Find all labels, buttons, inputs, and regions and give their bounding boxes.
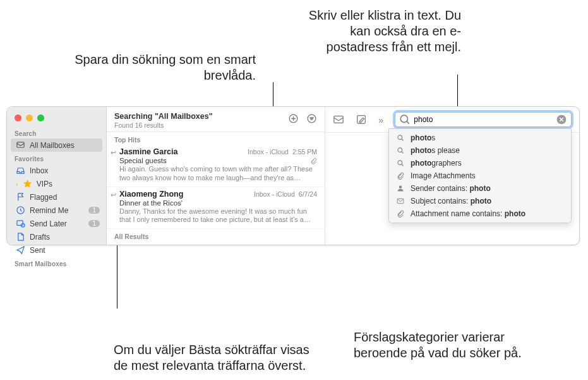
search-icon — [397, 159, 405, 167]
message-sender: Jasmine Garcia — [119, 244, 177, 245]
compose-button[interactable] — [356, 114, 367, 125]
sidebar-item-label: VIPs — [37, 180, 100, 188]
annotation-search-hint: Skriv eller klistra in text. Du kan ocks… — [303, 8, 461, 55]
leader-line — [457, 75, 458, 106]
leader-line — [117, 240, 117, 309]
list-header: Searching "All Mailboxes" Found 16 resul… — [107, 107, 325, 132]
mail-window: Search All Mailboxes Favorites Inbox › V… — [6, 106, 580, 245]
suggestion-item[interactable]: Image Attachments — [389, 169, 571, 182]
sidebar-item-all-mailboxes[interactable]: All Mailboxes — [11, 138, 102, 152]
sidebar-item-label: Drafts — [30, 233, 100, 242]
inbox-icon — [16, 166, 25, 175]
envelope-icon — [397, 197, 405, 205]
sidebar-item-vips[interactable]: › VIPs — [7, 177, 106, 190]
message-folder: Inbox - iCloud — [254, 190, 295, 198]
message-time: 2:55 PM — [292, 148, 317, 156]
window-controls — [7, 111, 106, 126]
badge-count: 1 — [88, 220, 100, 227]
message-list: Searching "All Mailboxes" Found 16 resul… — [107, 107, 325, 245]
suggestion-item[interactable]: photos please — [389, 144, 571, 157]
drafts-icon — [16, 232, 25, 242]
sidebar-section-search: Search — [7, 126, 106, 138]
sidebar-item-drafts[interactable]: Drafts — [7, 230, 106, 243]
sidebar-section-smart: Smart Mailboxes — [7, 257, 106, 269]
svg-rect-2 — [17, 221, 23, 226]
sidebar-section-favorites: Favorites — [7, 152, 106, 164]
attachment-icon — [310, 157, 317, 164]
message-subject: Special guests — [119, 157, 167, 164]
main-area: Searching "All Mailboxes" Found 16 resul… — [107, 107, 579, 245]
sidebar-item-remind-me[interactable]: Remind Me 1 — [7, 204, 106, 217]
search-field[interactable] — [395, 112, 572, 127]
replied-icon: ↩ — [111, 191, 116, 199]
person-icon — [397, 185, 405, 192]
sidebar-item-label: Remind Me — [30, 206, 84, 215]
clear-search-button[interactable] — [556, 114, 567, 125]
annotation-top-hits: Om du väljer Bästa sökträffar visas de m… — [114, 342, 309, 374]
search-scope-title: Searching "All Mailboxes" — [114, 112, 213, 121]
close-window-button[interactable] — [15, 114, 21, 121]
sidebar-item-sent[interactable]: Sent — [7, 243, 106, 257]
message-time: 6/7/24 — [299, 190, 317, 198]
send-later-icon — [16, 219, 25, 228]
star-icon — [23, 179, 32, 188]
sidebar-item-label: Inbox — [30, 166, 100, 175]
more-actions-button[interactable]: » — [378, 114, 383, 125]
suggestion-item[interactable]: Attachment name contains: photo — [389, 207, 571, 220]
search-icon — [399, 114, 411, 125]
minimize-window-button[interactable] — [26, 114, 33, 121]
sidebar: Search All Mailboxes Favorites Inbox › V… — [7, 107, 107, 245]
annotation-suggestions: Förslagskategorier varierar beroende på … — [354, 329, 524, 361]
sidebar-item-flagged[interactable]: Flagged — [7, 190, 106, 204]
message-row[interactable]: ↩ Jasmine Garcia Inbox - iCloud 2:55 PM … — [107, 145, 325, 187]
group-top-hits: Top Hits — [107, 132, 325, 145]
sidebar-item-send-later[interactable]: Send Later 1 — [7, 217, 106, 230]
message-preview: Danny, Thanks for the awesome evening! I… — [119, 207, 317, 225]
sidebar-item-label: All Mailboxes — [30, 141, 96, 150]
attachment-icon — [397, 210, 405, 218]
search-result-count: Found 16 results — [114, 121, 213, 129]
clock-icon — [16, 205, 25, 215]
flag-icon — [16, 192, 25, 202]
annotation-save-smart-mailbox: Spara din sökning som en smart brevlåda. — [66, 52, 256, 83]
sidebar-item-inbox[interactable]: Inbox — [7, 164, 106, 177]
message-preview: Hi again. Guess who's coming to town wit… — [119, 165, 317, 183]
suggestion-item[interactable]: Subject contains: photo — [389, 195, 571, 207]
message-subject: Dinner at the Ricos' — [119, 199, 183, 207]
sidebar-item-label: Sent — [30, 246, 100, 255]
archive-button[interactable] — [333, 114, 344, 125]
search-icon — [397, 147, 405, 154]
message-folder: Inbox - iCloud — [248, 148, 289, 156]
filter-button[interactable] — [306, 113, 317, 124]
svg-point-11 — [398, 148, 402, 152]
suggestion-item[interactable]: photographers — [389, 157, 571, 169]
chevron-right-icon: › — [16, 180, 18, 188]
search-input[interactable] — [414, 115, 553, 124]
message-row[interactable]: ↩ Jasmine Garcia Inbox - iCloud 2:55 PM … — [107, 242, 325, 245]
search-suggestions: photos photos please photographers Image… — [388, 128, 572, 223]
group-all-results: All Results — [107, 229, 325, 242]
svg-rect-6 — [334, 116, 343, 123]
mailbox-icon — [16, 140, 25, 150]
svg-point-10 — [398, 135, 402, 140]
svg-rect-0 — [17, 142, 24, 147]
svg-point-8 — [401, 115, 408, 122]
sidebar-item-label: Send Later — [30, 219, 84, 228]
badge-count: 1 — [88, 207, 100, 214]
right-pane: » photos p — [325, 107, 579, 245]
leader-line — [273, 82, 273, 109]
suggestion-item[interactable]: photos — [389, 132, 571, 144]
message-sender: Xiaomeng Zhong — [119, 190, 183, 199]
attachment-icon — [397, 172, 405, 180]
sent-icon — [16, 245, 25, 255]
replied-icon: ↩ — [111, 149, 116, 157]
search-icon — [397, 134, 405, 142]
save-smart-mailbox-button[interactable] — [288, 113, 299, 124]
svg-point-13 — [399, 186, 402, 189]
sidebar-item-label: Flagged — [30, 193, 100, 202]
message-sender: Jasmine Garcia — [119, 147, 177, 156]
svg-point-12 — [398, 161, 402, 165]
zoom-window-button[interactable] — [37, 114, 44, 121]
suggestion-item[interactable]: Sender contains: photo — [389, 182, 571, 195]
message-row[interactable]: ↩ Xiaomeng Zhong Inbox - iCloud 6/7/24 D… — [107, 187, 325, 230]
